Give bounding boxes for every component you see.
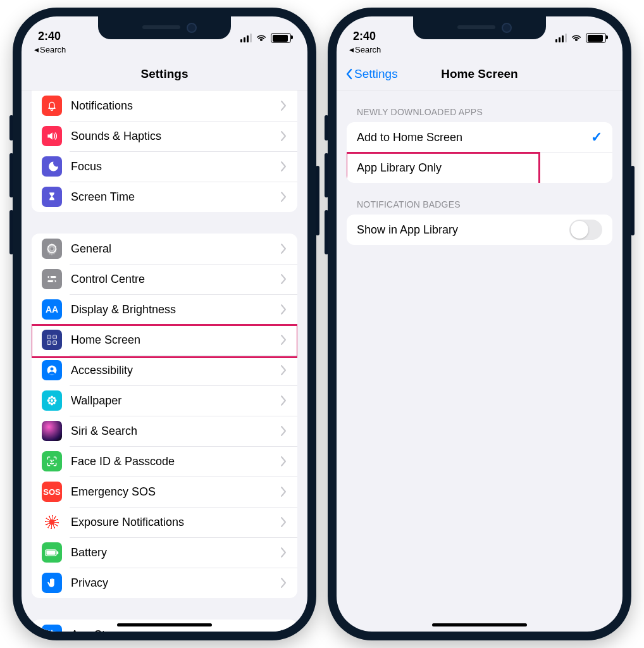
row-label: Siri & Search [71,425,280,438]
section-header-newly-downloaded: NEWLY DOWNLOADED APPS [337,90,622,122]
battery-icon [42,542,62,563]
row-label: Sounds & Haptics [71,130,280,143]
power-button [316,166,319,235]
faceid-icon [42,451,62,471]
sounds-icon [42,126,62,146]
settings-row-battery[interactable]: Battery [32,537,297,568]
privacy-icon [42,573,62,593]
settings-group: GeneralControl CentreAADisplay & Brightn… [32,234,297,598]
settings-row-siri[interactable]: Siri & Search [32,416,297,446]
show-in-app-library-row[interactable]: Show in App Library [347,215,612,245]
settings-row-display[interactable]: AADisplay & Brightness [32,294,297,325]
svg-point-23 [53,460,54,461]
row-label: Privacy [71,576,280,590]
svg-point-2 [50,247,54,251]
svg-point-4 [49,276,51,278]
settings-list[interactable]: NotificationsSounds & HapticsFocusScreen… [22,90,307,632]
svg-rect-10 [53,341,57,345]
notifications-icon [42,96,62,116]
general-icon [42,239,62,259]
screen: 2:40 ◂ Search Settings NotificationsSoun… [22,16,307,632]
svg-point-17 [54,399,56,402]
home-icon [42,330,62,350]
notch [98,16,231,39]
breadcrumb[interactable]: ◂ Search [337,44,622,58]
row-label: Notifications [71,99,280,113]
row-label: Show in App Library [357,223,569,237]
settings-row-access[interactable]: Accessibility [32,355,297,385]
nav-bar: Settings [22,58,307,90]
breadcrumb[interactable]: ◂ Search [22,44,307,58]
chevron-left-icon: ◂ [34,44,39,54]
chevron-right-icon [280,395,287,406]
phone-right: 2:40 ◂ Search Settings Home Screen [328,8,631,640]
chevron-right-icon [280,273,287,285]
settings-row-control[interactable]: Control Centre [32,264,297,294]
screentime-icon [42,187,62,207]
settings-row-sounds[interactable]: Sounds & Haptics [32,121,297,151]
volume-down [325,210,328,254]
home-screen-settings[interactable]: NEWLY DOWNLOADED APPS Add to Home Screen… [337,90,622,632]
chevron-right-icon [280,100,287,111]
chevron-right-icon [280,456,287,467]
settings-row-notifications[interactable]: Notifications [32,90,297,121]
row-label: Face ID & Passcode [71,455,280,468]
settings-row-faceid[interactable]: Face ID & Passcode [32,446,297,477]
back-button[interactable]: Settings [345,58,398,90]
row-label: Battery [71,546,280,559]
svg-point-20 [48,402,51,404]
settings-row-sos[interactable]: SOSEmergency SOS [32,477,297,507]
settings-row-home[interactable]: Home Screen [32,325,297,355]
svg-point-21 [53,402,56,404]
chevron-left-icon: ◂ [349,44,354,54]
chevron-right-icon [280,577,287,589]
settings-group: NotificationsSounds & HapticsFocusScreen… [32,90,297,212]
toggle-off[interactable] [569,220,602,240]
row-label: Add to Home Screen [357,131,591,144]
control-icon [42,269,62,289]
option-app-library-only[interactable]: App Library Only [347,153,612,183]
mute-switch [325,115,328,140]
wifi-icon [571,34,582,42]
svg-rect-8 [53,335,57,339]
sos-icon: SOS [42,482,62,502]
focus-icon [42,156,62,177]
chevron-right-icon [280,191,287,202]
page-title: Home Screen [441,67,517,81]
access-icon [42,360,62,380]
breadcrumb-label: Search [355,45,381,54]
chevron-right-icon [280,130,287,142]
svg-point-19 [53,397,56,399]
volume-down [9,210,13,254]
cellular-icon [555,34,567,42]
notch [413,16,546,39]
settings-row-general[interactable]: General [32,234,297,264]
svg-rect-7 [47,335,51,339]
section-header-notification-badges: NOTIFICATION BADGES [337,183,622,215]
chevron-right-icon [280,364,287,376]
row-label: Wallpaper [71,394,280,408]
breadcrumb-label: Search [40,45,66,54]
battery-icon [271,33,291,43]
row-label: App Library Only [357,161,602,175]
chevron-right-icon [280,516,287,528]
row-label: Accessibility [71,364,280,377]
row-label: Emergency SOS [71,485,280,499]
battery-icon [586,33,606,43]
settings-row-privacy[interactable]: Privacy [32,568,297,598]
settings-row-focus[interactable]: Focus [32,151,297,182]
svg-point-13 [51,399,53,402]
option-add-to-home-screen[interactable]: Add to Home Screen✓ [347,122,612,153]
settings-row-wallpaper[interactable]: Wallpaper [32,385,297,416]
screen: 2:40 ◂ Search Settings Home Screen [337,16,622,632]
newly-downloaded-group: Add to Home Screen✓App Library Only [347,122,612,183]
home-indicator[interactable] [432,623,527,626]
chevron-right-icon [280,425,287,437]
home-indicator[interactable] [117,623,212,626]
siri-icon [42,421,62,441]
notification-badges-group: Show in App Library [347,215,612,245]
settings-row-screentime[interactable]: Screen Time [32,182,297,212]
settings-row-exposure[interactable]: Exposure Notifications [32,507,297,537]
svg-point-6 [53,280,55,282]
row-label: Home Screen [71,333,280,347]
